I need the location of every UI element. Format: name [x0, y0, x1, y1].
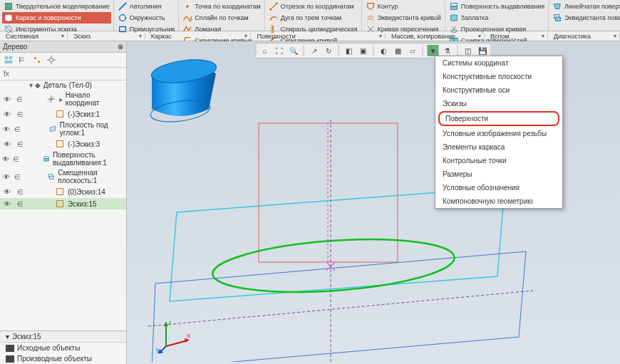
- include-icon[interactable]: ∈: [15, 95, 25, 103]
- tab-surfaces[interactable]: Поверхности: [251, 33, 385, 40]
- tree-item-label: (0)Эскиз:14: [68, 188, 105, 196]
- svg-line-82: [148, 291, 533, 326]
- mode-solid[interactable]: Твердотельное моделирование: [2, 1, 111, 12]
- vp-pointer-icon[interactable]: ↗: [309, 45, 320, 56]
- tab-array[interactable]: Массив, копирование: [386, 33, 485, 40]
- vp-fit-icon[interactable]: ▣: [358, 45, 369, 56]
- vp-wire-icon[interactable]: ▦: [393, 45, 404, 56]
- extrude-surf-button[interactable]: Поверхность выдавливания: [448, 1, 546, 12]
- tab-system[interactable]: Системная: [0, 33, 68, 40]
- visibility-icon[interactable]: 👁: [2, 188, 12, 196]
- ruled-surf-button[interactable]: Линейчатая поверхность: [551, 1, 620, 12]
- tree-root[interactable]: ▾ ◆ Деталь (Тел-0): [0, 80, 126, 90]
- tree-item-angleplane[interactable]: 👁∈ Плоскость под углом:1: [0, 120, 126, 138]
- cube-icon: [4, 1, 14, 11]
- mode-surface[interactable]: Каркас и поверхности: [2, 12, 111, 24]
- vp-section-icon[interactable]: ◫: [463, 45, 474, 56]
- circle-button[interactable]: Окружность: [116, 12, 177, 24]
- viewport-3d[interactable]: ⌂ ⛶ 🔍 ↗ ↻ ◧ ▣ ◐ ▦ ▱ ▼ ⚗ ◫ 💾 Системы коор…: [127, 41, 620, 364]
- tab-aux[interactable]: Вспом…: [485, 33, 548, 40]
- visibility-icon[interactable]: 👁: [2, 95, 12, 103]
- vp-shade-icon[interactable]: ◐: [378, 45, 390, 56]
- segment-coord-button[interactable]: Отрезок по координатам: [267, 1, 359, 12]
- svg-rect-5: [119, 27, 125, 32]
- contour-button[interactable]: Контур: [364, 1, 443, 12]
- plane-icon: [48, 124, 57, 134]
- vp-iso-icon[interactable]: ◧: [343, 45, 355, 56]
- include-icon[interactable]: ∈: [13, 173, 21, 181]
- dd-sketches[interactable]: Эскизы: [435, 97, 562, 110]
- include-icon[interactable]: ∈: [15, 188, 25, 196]
- spline-points-button[interactable]: Сплайн по точкам: [181, 12, 262, 24]
- tree-filter-icon[interactable]: [32, 55, 42, 65]
- dd-surfaces[interactable]: Поверхности: [438, 111, 559, 126]
- svg-line-7: [270, 4, 277, 10]
- ribbon-ruled: Линейчатая поверхность Эквидистанта пове…: [549, 0, 620, 31]
- tree-struct-icon[interactable]: [18, 55, 28, 65]
- mode-label: Твердотельное моделирование: [16, 3, 110, 11]
- tree-item-label: Плоскость под углом:1: [60, 121, 124, 137]
- vp-filter-icon[interactable]: ▼: [428, 45, 439, 56]
- tree-item-sketch15[interactable]: 👁∈ Эскиз:15: [0, 198, 126, 210]
- tree-settings-icon[interactable]: [46, 55, 56, 65]
- tab-diag[interactable]: Диагностика: [548, 33, 620, 40]
- tree-item-origin[interactable]: 👁∈ ▸ Начало координат: [0, 90, 126, 108]
- autoline-button[interactable]: Автолиния: [116, 1, 177, 12]
- dd-layout-geom[interactable]: Компоновочную геометрию: [435, 194, 562, 208]
- derived-objects-row[interactable]: Производные объекты: [0, 353, 126, 364]
- row-label: Производные объекты: [17, 355, 92, 363]
- visibility-icon[interactable]: 👁: [2, 110, 12, 118]
- tree-view-icon[interactable]: [4, 55, 14, 65]
- tree-item-sketch14[interactable]: 👁∈ (0)Эскиз:14: [0, 186, 126, 198]
- include-icon[interactable]: ∈: [14, 125, 22, 133]
- bottom-header[interactable]: ▾Эскиз:15: [0, 331, 126, 343]
- vp-orbit-icon[interactable]: ↻: [323, 45, 334, 56]
- point-coord-button[interactable]: Точка по координатам: [181, 1, 262, 12]
- tab-sketch[interactable]: Эскиз: [68, 33, 145, 40]
- tree-item-label: Смещенная плоскость:1: [58, 169, 124, 184]
- mode-label: Каркас и поверхности: [16, 14, 81, 22]
- offset-surf-button[interactable]: Эквидистанта поверхности: [551, 12, 620, 24]
- visibility-icon[interactable]: 👁: [2, 125, 11, 133]
- tree-item-offsetplane[interactable]: 👁∈ Смещенная плоскость:1: [0, 168, 126, 186]
- patch-button[interactable]: Заплатка: [448, 12, 546, 24]
- dd-constructive-planes[interactable]: Конструктивные плоскости: [435, 70, 562, 83]
- axis-gizmo[interactable]: Z X Y: [155, 318, 191, 353]
- arc3pt-button[interactable]: Дуга по трем точкам: [267, 12, 359, 24]
- tree-item-sketch1[interactable]: 👁∈ (-)Эскиз:1: [0, 108, 126, 120]
- panel-pin-icon[interactable]: ⊗: [118, 43, 123, 51]
- dd-coord-systems[interactable]: Системы координат: [435, 56, 562, 70]
- tree-root-label: Деталь (Тел-0): [43, 81, 92, 89]
- dd-thread-images[interactable]: Условные изображения резьбы: [435, 127, 562, 140]
- vp-display-filter-icon[interactable]: ⚗: [442, 45, 453, 56]
- tab-frame[interactable]: Каркас: [145, 33, 252, 40]
- offset-curve-button[interactable]: Эквидистанта кривой: [364, 12, 443, 24]
- model-tree-panel: Дерево ⊗ fx ▾ ◆ Деталь (Тел-0) 👁∈ ▸ Нача…: [0, 41, 127, 364]
- dd-symbols[interactable]: Условные обозначения: [435, 181, 562, 194]
- include-icon[interactable]: ∈: [15, 110, 25, 118]
- tree-item-label: Поверхность выдавливания:1: [53, 151, 124, 167]
- arc-icon: [269, 13, 279, 23]
- dd-constructive-axes[interactable]: Конструктивные оси: [435, 83, 562, 97]
- tree-item-extrude[interactable]: 👁∈ Поверхность выдавливания:1: [0, 150, 126, 168]
- ruled-icon: [552, 1, 562, 11]
- dd-frame-elements[interactable]: Элементы каркаса: [435, 140, 562, 154]
- visibility-icon[interactable]: 👁: [2, 200, 12, 208]
- include-icon[interactable]: ∈: [15, 140, 25, 148]
- source-objects-row[interactable]: Исходные объекты: [0, 343, 126, 353]
- vp-zoom-icon[interactable]: 🔍: [288, 45, 299, 56]
- dd-control-points[interactable]: Контрольные точки: [435, 154, 562, 167]
- fx-formula-bar[interactable]: fx: [0, 68, 126, 80]
- visibility-icon[interactable]: 👁: [2, 140, 12, 148]
- vp-save-view-icon[interactable]: 💾: [477, 45, 488, 56]
- visibility-icon[interactable]: 👁: [2, 155, 9, 163]
- visibility-icon[interactable]: 👁: [2, 173, 10, 181]
- vp-expand-icon[interactable]: ⛶: [274, 45, 285, 56]
- tree-item-sketch3[interactable]: 👁∈ (-)Эскиз:3: [0, 138, 126, 150]
- include-icon[interactable]: ∈: [15, 200, 25, 208]
- include-icon[interactable]: ∈: [12, 155, 19, 163]
- vp-persp-icon[interactable]: ▱: [407, 45, 418, 56]
- dd-dimensions[interactable]: Размеры: [435, 167, 562, 181]
- ribbon-toolbar: Твердотельное моделирование Каркас и пов…: [0, 0, 620, 31]
- vp-home-icon[interactable]: ⌂: [259, 45, 271, 56]
